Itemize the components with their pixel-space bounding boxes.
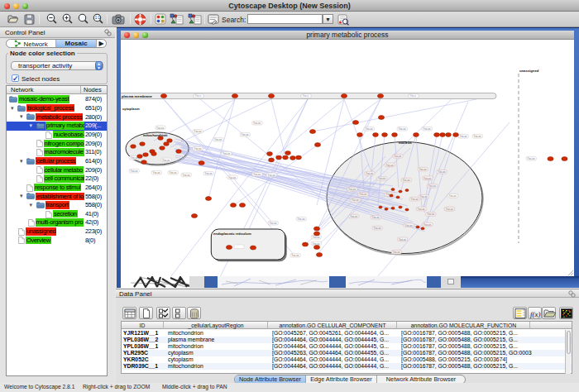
svg-text:Yxx-xx: Yxx-xx: [402, 179, 410, 182]
svg-text:Yxx-xx: Yxx-xx: [527, 157, 535, 160]
svg-text:Yxx-xx: Yxx-xx: [156, 127, 165, 130]
svg-text:Yxx-xx: Yxx-xx: [459, 135, 467, 138]
svg-text:Yxx-x: Yxx-x: [303, 94, 309, 98]
svg-text:Yxx-xx: Yxx-xx: [418, 208, 426, 211]
svg-text:Yxx-xx: Yxx-xx: [204, 172, 213, 175]
svg-text:nucleus: nucleus: [399, 141, 412, 145]
svg-text:Yxx-xx: Yxx-xx: [419, 168, 427, 171]
svg-text:plasma membrane: plasma membrane: [122, 94, 152, 98]
svg-text:Yxx-x: Yxx-x: [410, 94, 417, 98]
svg-text:Yxx-xx: Yxx-xx: [427, 213, 435, 216]
svg-text:Yxx-xx: Yxx-xx: [130, 156, 138, 160]
svg-text:Yxx-xx: Yxx-xx: [228, 176, 237, 179]
svg-text:cytoplasm: cytoplasm: [122, 107, 140, 111]
svg-text:Yxx-xx: Yxx-xx: [385, 164, 394, 167]
svg-text:Yxx-xx: Yxx-xx: [366, 172, 374, 175]
svg-text:Yxx-xx: Yxx-xx: [410, 198, 419, 201]
svg-text:Yxx-xx: Yxx-xx: [169, 171, 177, 174]
svg-text:1:1: 1:1: [95, 16, 101, 20]
svg-text:Yxx-xx: Yxx-xx: [428, 184, 437, 188]
svg-text:Yxx-xx: Yxx-xx: [423, 127, 431, 131]
svg-text:Yxx-xx: Yxx-xx: [194, 147, 202, 151]
svg-text:Yxx-xx: Yxx-xx: [253, 173, 261, 176]
svg-text:Yxx-xx: Yxx-xx: [312, 242, 320, 246]
svg-text:Yxx-xx: Yxx-xx: [194, 130, 202, 133]
svg-text:Yxx-xx: Yxx-xx: [241, 133, 249, 136]
svg-text:Yxx-xx: Yxx-xx: [365, 127, 373, 131]
svg-text:Yxx-xx: Yxx-xx: [448, 194, 457, 198]
svg-text:Yxx-xx: Yxx-xx: [348, 188, 356, 191]
svg-text:Yxx-xx: Yxx-xx: [350, 215, 358, 218]
svg-text:Yxx-xx: Yxx-xx: [162, 159, 170, 162]
svg-text:Yxx-xx: Yxx-xx: [423, 223, 432, 227]
svg-text:Yxx-xx: Yxx-xx: [291, 254, 299, 257]
svg-text:Yxx-xx: Yxx-xx: [392, 251, 400, 254]
svg-text:Yxx-xx: Yxx-xx: [297, 218, 305, 221]
svg-text:Yxx-xx: Yxx-xx: [398, 127, 406, 131]
svg-text:Yxx-xx: Yxx-xx: [378, 177, 386, 180]
svg-text:Yxx-xx: Yxx-xx: [214, 138, 223, 141]
svg-text:Yxx-xx: Yxx-xx: [404, 224, 413, 227]
svg-text:Yxx-xx: Yxx-xx: [394, 155, 402, 158]
svg-text:f(x): f(x): [530, 310, 541, 318]
svg-text:Yxx-xx: Yxx-xx: [423, 177, 432, 180]
svg-text:Yxx-xx: Yxx-xx: [372, 216, 380, 219]
svg-text:Yxx-xx: Yxx-xx: [269, 222, 277, 225]
svg-text:Yxx-xx: Yxx-xx: [223, 152, 231, 155]
svg-text:Yxx-xx: Yxx-xx: [446, 208, 454, 211]
svg-text:Yxx-xx: Yxx-xx: [267, 174, 275, 177]
svg-text:Yxx-xx: Yxx-xx: [373, 227, 381, 230]
svg-text:Yxx-xx: Yxx-xx: [312, 236, 320, 239]
svg-text:Yxx-x: Yxx-x: [195, 94, 202, 98]
svg-text:mitochondrion: mitochondrion: [143, 133, 168, 137]
svg-text:Yxx-xx: Yxx-xx: [182, 174, 190, 177]
svg-text:Yxx-xx: Yxx-xx: [359, 193, 367, 196]
svg-text:Yxx-xx: Yxx-xx: [152, 171, 160, 174]
svg-text:Yxx-xx: Yxx-xx: [352, 198, 360, 202]
svg-text:Yxx-xx: Yxx-xx: [473, 135, 481, 138]
svg-text:Yxx-xx: Yxx-xx: [438, 170, 446, 174]
svg-text:Yxx-xx: Yxx-xx: [419, 195, 428, 198]
svg-text:Yxx-xx: Yxx-xx: [253, 122, 261, 125]
svg-text:endoplasmic reticulum: endoplasmic reticulum: [213, 232, 251, 236]
svg-text:unassigned: unassigned: [519, 69, 539, 73]
svg-text:Yxx-xx: Yxx-xx: [130, 170, 138, 173]
svg-text:Yxx-xx: Yxx-xx: [399, 238, 407, 241]
